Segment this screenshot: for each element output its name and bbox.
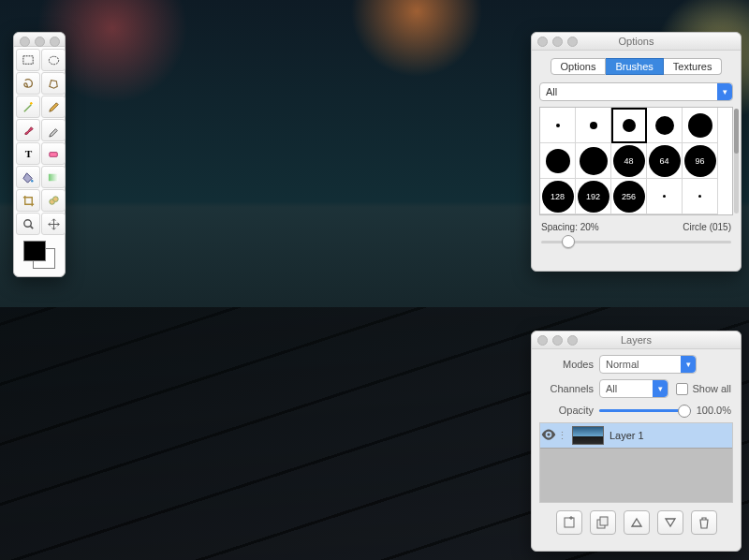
rect-select-tool[interactable] — [16, 49, 40, 71]
text-tool[interactable]: T — [16, 142, 40, 165]
channels-select[interactable]: All ▾ — [599, 379, 668, 398]
layer-list: ⋮ Layer 1 — [539, 422, 733, 503]
brush-cell[interactable]: 128 — [540, 179, 576, 214]
layers-panel: Layers Modes Normal ▾ Channels All ▾ Sho… — [531, 331, 742, 552]
layer-thumbnail — [572, 426, 604, 445]
svg-rect-3 — [49, 152, 56, 156]
brush-cell[interactable] — [683, 108, 718, 143]
brush-grid: 486496128192256 — [539, 107, 733, 215]
channels-label: Channels — [541, 383, 594, 394]
eraser-tool[interactable] — [41, 142, 66, 165]
brush-cell[interactable]: 96 — [683, 143, 718, 179]
svg-rect-10 — [565, 518, 574, 527]
move-tool[interactable] — [41, 213, 66, 235]
visibility-icon[interactable] — [540, 426, 557, 445]
move-up-button[interactable] — [624, 510, 650, 535]
delete-layer-button[interactable] — [691, 510, 717, 535]
svg-rect-5 — [48, 173, 57, 181]
show-all-label: Show all — [692, 383, 731, 394]
move-down-button[interactable] — [657, 510, 683, 535]
zoom-tool[interactable] — [16, 213, 40, 235]
svg-point-1 — [49, 56, 58, 64]
brush-cell[interactable] — [683, 179, 718, 214]
foreground-color-swatch[interactable] — [23, 241, 46, 261]
brush-cell[interactable] — [576, 108, 611, 143]
chevron-down-icon: ▾ — [681, 356, 696, 373]
color-swatches[interactable] — [23, 241, 55, 269]
ellipse-select-tool[interactable] — [41, 49, 66, 71]
svg-point-4 — [31, 180, 33, 182]
tab-brushes[interactable]: Brushes — [606, 58, 663, 75]
bucket-tool[interactable] — [16, 166, 40, 188]
gradient-tool[interactable] — [41, 166, 66, 188]
layer-name: Layer 1 — [609, 430, 644, 441]
brush-tool[interactable] — [16, 119, 40, 141]
lasso-tool[interactable] — [16, 72, 40, 95]
crop-tool[interactable] — [16, 189, 40, 212]
opacity-label: Opacity — [541, 405, 594, 416]
poly-lasso-tool[interactable] — [41, 72, 66, 95]
chevron-down-icon: ▾ — [653, 380, 668, 397]
chevron-down-icon: ▾ — [717, 83, 732, 100]
opacity-value: 100.0% — [697, 405, 731, 416]
options-tabs: OptionsBrushesTextures — [532, 58, 741, 75]
brush-cell[interactable]: 256 — [611, 179, 647, 214]
show-all-checkbox[interactable] — [676, 383, 688, 395]
tools-titlebar[interactable] — [14, 33, 65, 47]
brush-cell[interactable]: 64 — [647, 143, 683, 179]
brush-cell[interactable] — [576, 143, 611, 179]
duplicate-layer-button[interactable] — [590, 510, 616, 535]
magic-wand-tool[interactable] — [16, 96, 40, 118]
svg-point-8 — [23, 219, 31, 227]
options-titlebar[interactable]: Options — [532, 33, 741, 51]
svg-rect-0 — [22, 55, 32, 63]
pencil-tool[interactable] — [41, 96, 66, 118]
svg-point-7 — [52, 196, 58, 201]
brush-name-label: Circle (015) — [683, 222, 731, 232]
brush-cell[interactable]: 48 — [611, 143, 647, 179]
brush-cell[interactable] — [647, 108, 683, 143]
blend-mode-select[interactable]: Normal ▾ — [599, 355, 697, 374]
layers-titlebar[interactable]: Layers — [532, 332, 741, 349]
brush-category-row: All ▾ — [539, 82, 733, 101]
tools-panel: T — [13, 32, 66, 277]
layers-title: Layers — [621, 334, 652, 346]
layer-actions — [532, 510, 741, 535]
opacity-slider[interactable] — [599, 404, 691, 417]
brush-scrollbar[interactable] — [734, 109, 739, 214]
svg-text:T: T — [24, 148, 32, 159]
brush-cell[interactable] — [540, 108, 576, 143]
options-title: Options — [619, 36, 654, 47]
desktop: T Options OptionsBrushesTextures All ▾ 4… — [0, 0, 749, 560]
svg-rect-12 — [600, 517, 608, 525]
brush-cell[interactable] — [611, 108, 647, 143]
brush-cell[interactable]: 192 — [576, 179, 611, 214]
options-panel: Options OptionsBrushesTextures All ▾ 486… — [531, 32, 742, 272]
layer-row[interactable]: ⋮ Layer 1 — [540, 423, 732, 449]
modes-label: Modes — [541, 359, 594, 370]
new-layer-button[interactable] — [556, 510, 582, 535]
link-icon[interactable]: ⋮ — [557, 430, 566, 442]
brush-cell[interactable] — [647, 179, 683, 214]
brush-cell[interactable] — [540, 143, 576, 179]
tab-textures[interactable]: Textures — [664, 58, 723, 75]
clone-tool[interactable] — [41, 189, 66, 212]
tab-options[interactable]: Options — [551, 58, 607, 75]
eyedropper-tool[interactable] — [41, 119, 66, 141]
svg-point-9 — [547, 433, 550, 435]
spacing-label: Spacing: 20% — [541, 222, 599, 232]
brush-category-select[interactable]: All ▾ — [539, 82, 733, 101]
spacing-slider[interactable] — [541, 234, 731, 249]
